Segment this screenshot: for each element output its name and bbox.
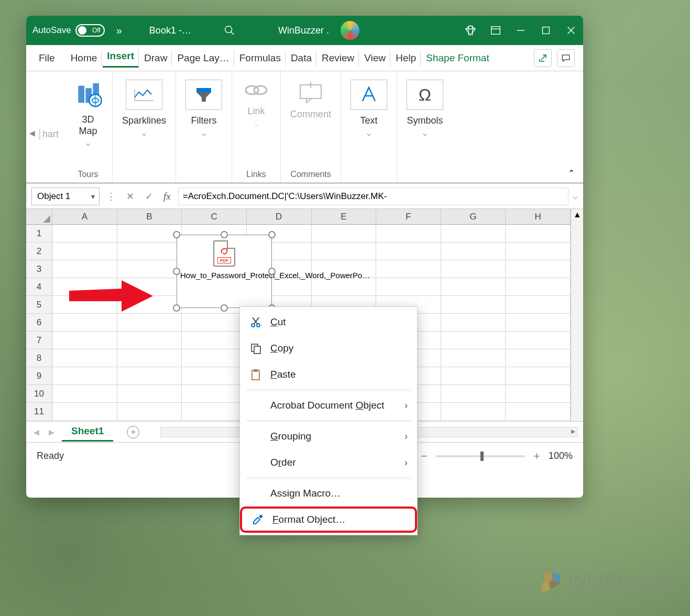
enter-icon[interactable]: ✓ xyxy=(141,189,156,204)
menu-help[interactable]: Help xyxy=(391,50,421,66)
menu-home[interactable]: Home xyxy=(67,50,102,66)
name-box[interactable]: Object 1 ▾ xyxy=(31,188,100,205)
close-icon[interactable] xyxy=(565,25,577,36)
resize-handle[interactable] xyxy=(173,304,180,312)
next-sheet-icon[interactable]: ▶ xyxy=(47,428,57,436)
qat-overflow-icon[interactable]: » xyxy=(116,25,122,37)
submenu-arrow-icon: › xyxy=(404,457,408,468)
link-label: Link xyxy=(248,106,265,117)
comment-button[interactable]: Comment xyxy=(290,76,331,120)
text-button[interactable]: Text ⌵ xyxy=(351,76,387,137)
menu-view[interactable]: View xyxy=(360,50,390,66)
expand-formula-icon[interactable]: ⌵ xyxy=(573,191,578,201)
row-header[interactable]: 1 xyxy=(26,225,52,243)
resize-handle[interactable] xyxy=(173,231,180,238)
col-header[interactable]: F xyxy=(376,209,441,224)
col-header[interactable]: B xyxy=(117,209,182,224)
select-all-corner[interactable] xyxy=(26,209,52,225)
collapse-ribbon-icon[interactable]: ⌃ xyxy=(568,168,575,178)
col-header[interactable]: A xyxy=(52,209,117,224)
chevron-down-icon: ⌵ xyxy=(254,119,258,128)
menu-pagelayout[interactable]: Page Lay… xyxy=(173,50,234,66)
context-menu: CuCutt CCopyopy PPasteaste Acrobat Docum… xyxy=(239,306,418,535)
menu-acrobat-object[interactable]: Acrobat Document ObjectAcrobat Document … xyxy=(240,392,417,419)
menu-format-object[interactable]: Format Object…Format Object… xyxy=(240,507,417,533)
ribbon-scroll-left-icon[interactable]: ◀ xyxy=(29,129,35,137)
row-header[interactable]: 10 xyxy=(26,385,52,403)
ribbon-mode-icon[interactable] xyxy=(490,25,501,36)
link-button[interactable]: Link ⌵ xyxy=(242,76,271,128)
add-sheet-button[interactable]: + xyxy=(127,426,139,438)
watermark: WinBuzzer xyxy=(536,569,669,595)
embedded-pdf-object[interactable]: PDF How_to_Password_Protect_Excel,_Word,… xyxy=(177,235,272,308)
menu-data[interactable]: Data xyxy=(287,50,316,66)
3d-map-button[interactable]: 3D Map ⌵ xyxy=(73,76,103,147)
formula-options-icon[interactable]: ⋮ xyxy=(104,189,118,204)
menu-cut[interactable]: CuCutt xyxy=(240,309,417,335)
autosave-toggle[interactable]: AutoSave Off xyxy=(32,24,105,37)
share-button[interactable] xyxy=(534,49,552,67)
zoom-slider[interactable] xyxy=(436,455,525,457)
filters-button[interactable]: Filters ⌵ xyxy=(185,76,222,137)
col-header[interactable]: E xyxy=(312,209,377,224)
prev-sheet-icon[interactable]: ◀ xyxy=(31,428,41,436)
col-header[interactable]: C xyxy=(182,209,247,224)
menu-order[interactable]: OrderOrder › xyxy=(240,449,417,476)
autosave-switch[interactable]: Off xyxy=(75,24,105,37)
resize-handle[interactable] xyxy=(173,268,180,275)
sparklines-button[interactable]: Sparklines ⌵ xyxy=(122,76,166,137)
resize-handle[interactable] xyxy=(221,231,228,238)
svg-rect-6 xyxy=(491,27,500,35)
row-header[interactable]: 4 xyxy=(26,278,52,296)
resize-handle[interactable] xyxy=(268,231,276,238)
menu-insert[interactable]: Insert xyxy=(103,48,139,68)
menu-grouping[interactable]: GroupingGrouping › xyxy=(240,423,417,449)
svg-point-0 xyxy=(225,26,232,33)
row-header[interactable]: 8 xyxy=(26,349,52,367)
menu-file[interactable]: File xyxy=(35,50,65,66)
row-header[interactable]: 11 xyxy=(26,403,52,421)
row-header[interactable]: 5 xyxy=(26,296,52,314)
menu-formulas[interactable]: Formulas xyxy=(235,50,286,66)
cancel-icon[interactable]: ✕ xyxy=(123,189,137,204)
svg-rect-12 xyxy=(78,86,84,103)
row-header[interactable]: 6 xyxy=(26,314,52,332)
svg-line-1 xyxy=(231,32,234,35)
vertical-scrollbar[interactable]: ▲ xyxy=(571,209,583,421)
maximize-icon[interactable] xyxy=(540,25,552,36)
row-header[interactable]: 7 xyxy=(26,332,52,349)
menu-paste[interactable]: PPasteaste xyxy=(240,361,417,388)
scroll-up-icon[interactable]: ▲ xyxy=(573,210,582,219)
menu-review[interactable]: Review xyxy=(317,50,359,66)
zoom-out-icon[interactable]: − xyxy=(421,449,428,463)
chevron-down-icon: ⌵ xyxy=(142,129,146,137)
menu-assign-macro[interactable]: Assign Macro…Assign Macro… xyxy=(240,480,417,507)
winbuzzer-logo-icon xyxy=(536,569,563,595)
col-header[interactable]: H xyxy=(506,209,571,224)
diamond-icon[interactable] xyxy=(465,25,476,36)
sparkline-icon xyxy=(134,87,155,103)
zoom-in-icon[interactable]: + xyxy=(533,449,540,463)
user-avatar[interactable] xyxy=(341,21,359,40)
chevron-down-icon: ⌵ xyxy=(423,129,427,137)
row-header[interactable]: 3 xyxy=(26,260,52,278)
symbols-button[interactable]: Ω Symbols ⌵ xyxy=(407,76,443,137)
row-header[interactable]: 9 xyxy=(26,367,52,385)
col-header[interactable]: D xyxy=(247,209,312,224)
resize-handle[interactable] xyxy=(221,304,228,312)
comments-button[interactable] xyxy=(557,49,575,67)
fx-icon[interactable]: fx xyxy=(163,191,171,202)
minimize-icon[interactable] xyxy=(515,25,527,36)
sheet-tab[interactable]: Sheet1 xyxy=(62,422,113,442)
comment-icon xyxy=(296,80,325,104)
menu-shapeformat[interactable]: Shape Format xyxy=(422,50,493,66)
resize-handle[interactable] xyxy=(268,268,276,275)
formula-input[interactable]: =AcroExch.Document.DC|'C:\Users\WinBuzze… xyxy=(178,188,568,205)
menu-draw[interactable]: Draw xyxy=(140,50,172,66)
row-header[interactable]: 2 xyxy=(26,243,52,260)
formula-bar: Object 1 ▾ ⋮ ✕ ✓ fx =AcroExch.Document.D… xyxy=(26,184,583,209)
col-header[interactable]: G xyxy=(441,209,506,224)
comments-group-label: Comments xyxy=(290,168,331,179)
menu-copy[interactable]: CCopyopy xyxy=(240,335,417,361)
search-icon[interactable] xyxy=(224,25,235,36)
